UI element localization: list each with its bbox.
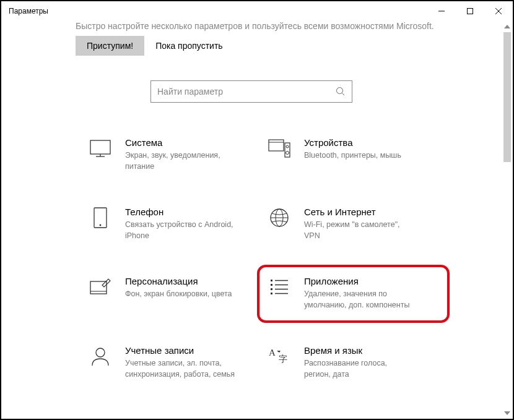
skip-button[interactable]: Пока пропустить [153, 36, 225, 56]
search-input[interactable] [157, 87, 336, 96]
maximize-icon [467, 8, 473, 14]
svg-point-13 [286, 152, 289, 155]
tile-accounts[interactable]: Учетные записи Учетные записи, эл. почта… [88, 345, 261, 380]
svg-rect-21 [271, 280, 272, 281]
personalization-icon [88, 276, 113, 298]
tile-devices[interactable]: Устройства Bluetooth, принтеры, мышь [267, 137, 440, 172]
svg-point-29 [96, 348, 105, 357]
devices-icon [267, 137, 292, 160]
scrollbar-thumb[interactable] [503, 32, 511, 162]
banner-text: Быстро настройте несколько параметров и … [1, 21, 502, 36]
tile-title: Приложения [304, 276, 440, 286]
content-area: Быстро настройте несколько параметров и … [1, 21, 513, 419]
search-container [1, 80, 502, 103]
tile-title: Учетные записи [125, 345, 261, 356]
phone-icon [88, 207, 113, 229]
tile-network[interactable]: Сеть и Интернет Wi-Fi, режим "в самолете… [267, 207, 440, 241]
tile-time-language[interactable]: A字 Время и язык Распознавание голоса, ре… [267, 345, 440, 380]
tile-desc: Фон, экран блокировки, цвета [125, 289, 237, 300]
maximize-button[interactable] [456, 1, 484, 21]
tile-desc: Bluetooth, принтеры, мышь [304, 150, 416, 161]
svg-rect-27 [271, 293, 272, 294]
tile-desc: Связать устройство с Android, iPhone [125, 220, 237, 241]
titlebar: Параметры [1, 1, 513, 21]
minimize-button[interactable] [427, 1, 456, 21]
settings-window: Параметры Быстро настройте несколько пар… [1, 1, 513, 419]
tile-personalization[interactable]: Персонализация Фон, экран блокировки, цв… [88, 276, 261, 311]
apps-icon [267, 276, 292, 298]
tile-desc: Удаление, значения по умолчанию, доп. ко… [304, 289, 416, 311]
svg-text:字: 字 [279, 354, 287, 364]
banner-buttons: Приступим! Пока пропустить [1, 36, 502, 56]
minimize-icon [438, 8, 445, 14]
time-language-icon: A字 [267, 345, 292, 367]
svg-rect-1 [468, 8, 473, 14]
svg-point-4 [337, 88, 343, 94]
scrollbar-track[interactable] [502, 32, 513, 408]
scroll-up-icon[interactable] [502, 21, 513, 32]
tile-desc: Учетные записи, эл. почта, синхронизация… [125, 358, 237, 380]
svg-rect-11 [285, 143, 290, 157]
tile-desc: Экран, звук, уведомления, питание [125, 150, 237, 172]
tile-title: Система [125, 137, 261, 148]
close-button[interactable] [484, 1, 513, 21]
tile-title: Устройства [304, 137, 440, 148]
svg-rect-25 [271, 288, 272, 290]
svg-rect-6 [90, 140, 110, 154]
svg-point-15 [100, 225, 102, 226]
system-icon [88, 137, 113, 160]
close-icon [495, 8, 502, 14]
tile-phone[interactable]: Телефон Связать устройство с Android, iP… [88, 207, 261, 241]
svg-point-12 [286, 145, 289, 148]
tile-title: Телефон [125, 207, 261, 217]
tile-desc: Wi-Fi, режим "в самолете", VPN [304, 220, 416, 241]
svg-line-5 [342, 93, 345, 96]
svg-rect-9 [269, 140, 284, 151]
tile-title: Время и язык [304, 345, 440, 356]
tile-title: Сеть и Интернет [304, 207, 440, 217]
tile-title: Персонализация [125, 276, 261, 286]
scroll-area: Быстро настройте несколько параметров и … [1, 21, 502, 419]
search-icon [336, 87, 346, 96]
get-started-button[interactable]: Приступим! [76, 36, 144, 56]
settings-grid: Система Экран, звук, уведомления, питани… [1, 137, 502, 380]
tile-desc: Распознавание голоса, регион, дата [304, 358, 416, 380]
scroll-down-icon[interactable] [502, 408, 513, 419]
svg-text:A: A [269, 348, 276, 358]
accounts-icon [88, 345, 113, 367]
tile-apps[interactable]: Приложения Удаление, значения по умолчан… [267, 276, 440, 311]
window-controls [427, 1, 513, 21]
globe-icon [267, 207, 292, 229]
tile-system[interactable]: Система Экран, звук, уведомления, питани… [88, 137, 261, 172]
svg-rect-23 [271, 284, 272, 286]
window-title: Параметры [1, 7, 427, 15]
search-box[interactable] [150, 80, 352, 103]
scrollbar[interactable] [502, 21, 513, 419]
highlight-apps: Приложения Удаление, значения по умолчан… [257, 265, 450, 323]
